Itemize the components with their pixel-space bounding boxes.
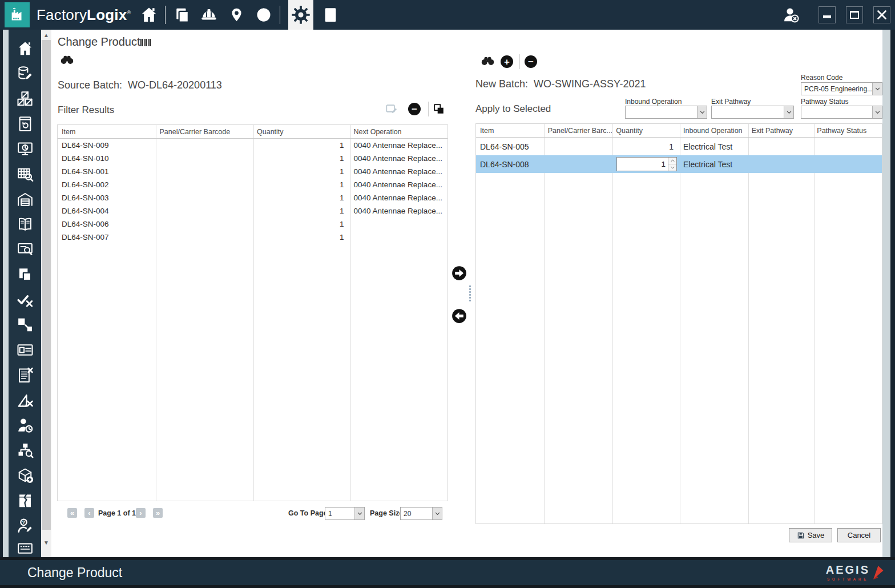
exit-pathway-select[interactable] bbox=[711, 106, 794, 119]
close-button[interactable] bbox=[873, 6, 890, 23]
col-inbound-operation[interactable]: Inbound Operation bbox=[679, 127, 748, 135]
spin-up-icon[interactable] bbox=[668, 158, 676, 164]
table-row[interactable]: DL64-SN-00110040 Antennae Replace... bbox=[58, 165, 448, 178]
table-row[interactable]: DL64-SN-0061 bbox=[58, 218, 448, 231]
last-page-button[interactable]: » bbox=[153, 508, 163, 518]
warehouse-icon[interactable] bbox=[15, 190, 35, 209]
scroll-down-icon[interactable]: ▼ bbox=[41, 537, 51, 547]
next-page-button[interactable]: › bbox=[136, 508, 146, 518]
move-left-button[interactable] bbox=[451, 308, 467, 326]
box-arrow-icon[interactable] bbox=[15, 466, 35, 485]
page-title: Change Product bbox=[58, 35, 140, 49]
filter-results-table: Item Panel/Carrier Barcode Quantity Next… bbox=[57, 124, 448, 501]
table-search-icon[interactable] bbox=[15, 164, 35, 184]
new-batch-value: WO-SWING-ASSY-2021 bbox=[534, 78, 646, 90]
scroll-up-icon[interactable]: ▲ bbox=[41, 30, 51, 40]
home-icon[interactable] bbox=[15, 39, 35, 58]
person-question-icon[interactable]: ? bbox=[15, 516, 35, 535]
move-square-icon[interactable] bbox=[15, 315, 35, 335]
source-batch: Source Batch: WO-DL64-20200113 bbox=[58, 79, 222, 91]
save-button[interactable]: Save bbox=[789, 528, 832, 542]
col-item[interactable]: Item bbox=[476, 127, 544, 135]
person-clock-icon[interactable] bbox=[15, 416, 35, 435]
chevron-down-icon[interactable] bbox=[872, 83, 882, 95]
chevron-down-icon[interactable] bbox=[872, 106, 882, 118]
prev-page-button[interactable]: ‹ bbox=[84, 508, 94, 518]
check-x-icon[interactable] bbox=[15, 290, 35, 309]
find-target-button[interactable] bbox=[481, 56, 494, 68]
pathway-status-select[interactable] bbox=[801, 106, 882, 119]
table-row[interactable]: DL64-SN-005 1 Electrical Test bbox=[476, 138, 882, 155]
toolbar-divider bbox=[165, 6, 166, 24]
app-window: FactoryLogix® bbox=[0, 0, 895, 588]
chevron-down-icon[interactable] bbox=[784, 106, 793, 118]
goto-page-select[interactable]: 1 bbox=[325, 507, 365, 520]
globe-icon[interactable] bbox=[253, 2, 274, 27]
copy-windows-icon[interactable] bbox=[15, 265, 35, 284]
broken-box-icon[interactable] bbox=[15, 491, 35, 510]
spin-down-icon[interactable] bbox=[668, 164, 676, 171]
hard-hat-icon[interactable] bbox=[199, 2, 219, 27]
table-row[interactable]: DL64-SN-00310040 Antennae Replace... bbox=[58, 191, 448, 204]
table-row[interactable]: DL64-SN-00910040 Antennae Replace... bbox=[58, 139, 448, 152]
brand-name: FactoryLogix® bbox=[37, 6, 131, 24]
first-page-button[interactable]: « bbox=[67, 508, 77, 518]
minimize-icon bbox=[820, 8, 834, 22]
reason-code-select[interactable]: PCR-05 Engineering... bbox=[801, 82, 882, 95]
remove-from-batch-button[interactable]: − bbox=[525, 55, 537, 68]
id-card-icon[interactable] bbox=[15, 340, 35, 360]
col-panel-barcode[interactable]: Panel/Carrier Barc... bbox=[544, 127, 612, 135]
book-icon[interactable] bbox=[15, 215, 35, 234]
chevron-down-icon[interactable] bbox=[697, 106, 707, 118]
settings-tab-selected[interactable] bbox=[288, 0, 313, 30]
cancel-button[interactable]: Cancel bbox=[837, 528, 881, 542]
select-all-button[interactable] bbox=[433, 103, 445, 118]
ruler-x-icon[interactable] bbox=[15, 390, 35, 410]
col-next-operation[interactable]: Next Operation bbox=[350, 128, 448, 136]
hierarchy-search-icon[interactable] bbox=[15, 441, 35, 460]
quantity-stepper[interactable]: 1 bbox=[616, 157, 677, 171]
remove-from-filter-button[interactable]: − bbox=[408, 103, 421, 115]
col-quantity[interactable]: Quantity bbox=[612, 127, 679, 135]
add-to-batch-button[interactable]: + bbox=[501, 55, 513, 68]
col-pathway-status[interactable]: Pathway Status bbox=[813, 127, 882, 135]
chevron-down-icon[interactable] bbox=[354, 508, 364, 519]
dashboard-monitor-icon[interactable] bbox=[15, 139, 35, 159]
keyboard-icon[interactable] bbox=[15, 541, 35, 557]
monitor-search-icon[interactable] bbox=[15, 240, 35, 259]
database-edit-icon[interactable] bbox=[15, 64, 35, 83]
find-source-button[interactable] bbox=[61, 55, 74, 67]
table-row[interactable]: DL64-SN-00410040 Antennae Replace... bbox=[58, 204, 448, 218]
chevron-down-icon[interactable] bbox=[432, 508, 442, 519]
table-header: Item Panel/Carrier Barcode Quantity Next… bbox=[58, 125, 448, 139]
scrollbar-thumb[interactable] bbox=[42, 40, 51, 530]
inbound-operation-select[interactable] bbox=[625, 106, 707, 119]
maximize-button[interactable] bbox=[846, 6, 863, 23]
copy-pages-icon[interactable] bbox=[171, 2, 192, 27]
table-row[interactable]: DL64-SN-0071 bbox=[58, 231, 448, 244]
edit-selection-button[interactable] bbox=[385, 103, 398, 116]
table-row-selected[interactable]: DL64-SN-008 1 Electrical Test bbox=[476, 155, 882, 173]
list-x-icon[interactable] bbox=[15, 365, 35, 385]
crates-icon[interactable] bbox=[15, 89, 35, 108]
col-exit-pathway[interactable]: Exit Pathway bbox=[748, 127, 813, 135]
page-size-select[interactable]: 20 bbox=[400, 507, 442, 520]
move-right-button[interactable] bbox=[451, 265, 467, 283]
splitter-grip[interactable] bbox=[469, 285, 471, 301]
col-item[interactable]: Item bbox=[58, 128, 156, 136]
table-row[interactable]: DL64-SN-01010040 Antennae Replace... bbox=[58, 152, 448, 165]
sidebar-scrollbar[interactable]: ▲ ▼ bbox=[41, 30, 51, 557]
batch-history-icon[interactable] bbox=[15, 114, 35, 134]
location-pin-icon[interactable] bbox=[226, 2, 247, 27]
col-panel-barcode[interactable]: Panel/Carrier Barcode bbox=[156, 128, 253, 136]
aegis-flag-icon bbox=[871, 564, 885, 581]
quantity-value[interactable]: 1 bbox=[617, 158, 668, 171]
minimize-button[interactable] bbox=[819, 6, 836, 23]
batch-history-icon[interactable] bbox=[320, 2, 341, 27]
sidebar-nav: ? bbox=[9, 30, 41, 557]
user-logout-icon[interactable] bbox=[781, 2, 801, 27]
col-quantity[interactable]: Quantity bbox=[253, 128, 350, 136]
table-row[interactable]: DL64-SN-00210040 Antennae Replace... bbox=[58, 178, 448, 191]
home-icon[interactable] bbox=[139, 2, 159, 27]
page-indicator: Page 1 of 1 bbox=[98, 509, 136, 517]
